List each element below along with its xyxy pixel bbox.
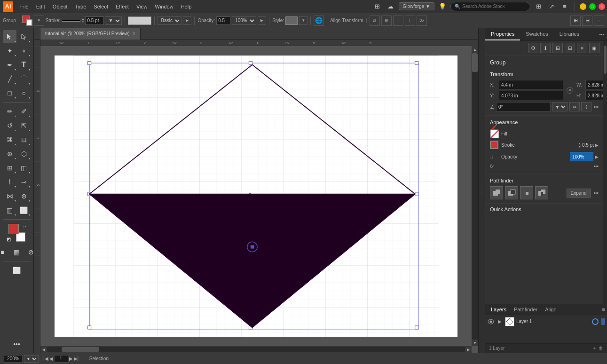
style-select[interactable]: Basic [158,16,181,25]
style-more[interactable]: ▼ [299,16,307,25]
opacity-arrow[interactable]: ▶ [258,16,266,25]
rotate-tool[interactable]: ↺▾ [3,119,16,132]
measure-tool[interactable]: ⊸▾ [17,175,31,189]
stock-search-bar[interactable]: 🔍 [450,2,530,11]
pf-intersect-btn[interactable] [520,186,533,199]
close-button[interactable]: × [599,3,605,10]
transform-more-btn[interactable]: ••• [593,104,599,110]
none-mode-btn[interactable]: ⊘ [24,245,34,259]
scroll-track-h[interactable] [47,347,465,352]
stroke-swatch-appear[interactable] [490,141,498,149]
pathfinder-more-btn[interactable]: ••• [593,190,599,196]
minimize-button[interactable]: − [580,3,586,10]
zoom-input[interactable] [4,355,23,363]
warp-tool[interactable]: ⌘▾ [3,133,16,146]
paintbrush-tool[interactable]: ✏▾ [3,105,16,118]
gradient-mode-btn[interactable]: ▦ [10,245,24,259]
stroke-up[interactable]: ▲ [81,17,84,20]
pf-exclude-btn[interactable] [535,186,548,199]
transform-btn2[interactable]: ⊞ [381,16,392,26]
panel-more-btn[interactable]: ••• [599,32,604,37]
zoom-select[interactable]: ▼ [24,355,39,363]
document-tab[interactable]: tutorial.ai* @ 200% (RGB/GPU Preview) × [40,28,141,40]
opacity-appear-arrow[interactable]: ▶ [595,154,599,159]
fg-color-swatch[interactable] [8,224,19,234]
new-layer-btn[interactable]: + [593,346,596,351]
rect-tool[interactable]: □▾ [3,87,16,100]
x-input[interactable] [499,80,563,89]
scroll-right-btn[interactable]: ▶ [465,346,472,353]
scroll-thumb-v[interactable] [472,53,478,72]
pen-tool[interactable]: ✒▾ [3,58,16,71]
h-input[interactable] [585,91,603,100]
panel-crop-btn[interactable]: ⌗ [577,43,587,53]
selection-tool[interactable]: ▾ [3,30,16,43]
direct-selection-tool[interactable]: ▾ [17,30,31,43]
panel-size-btn[interactable]: ⊞ [552,43,563,53]
menu-help[interactable]: Help [178,2,195,11]
menu-select[interactable]: Select [90,2,111,11]
scroll-up-btn[interactable]: ▲ [472,46,478,53]
stroke-down[interactable]: ▼ [81,21,84,24]
angle-input[interactable] [496,102,551,111]
opacity-percent-select[interactable]: 100% [232,16,256,25]
menu-type[interactable]: Type [72,2,90,11]
share-icon[interactable]: ↗ [546,1,557,12]
fill-stroke-indicator[interactable] [22,16,32,26]
fill-type-selector[interactable]: ▼ [34,16,44,26]
mesh-tool[interactable]: ⊞▾ [3,161,16,174]
chain-link-icon[interactable]: ∞ [567,87,573,94]
last-artboard-btn[interactable]: ▶| [74,356,79,361]
menu-file[interactable]: File [17,2,32,11]
layer-target-indicator[interactable] [592,318,599,325]
panel-info-btn[interactable]: ℹ [540,43,551,53]
transform-btn4[interactable]: ↕ [405,16,415,26]
eyedropper-tool[interactable]: ⌇▾ [3,175,16,189]
lightbulb-icon[interactable]: 💡 [437,1,448,12]
fill-mode-btn[interactable]: ■ [0,245,9,259]
opacity-appear-input[interactable] [570,152,593,161]
scale-tool[interactable]: ⇱▾ [17,119,31,132]
blend-tool[interactable]: ⋈▾ [3,190,16,203]
globe-btn[interactable]: 🌐 [314,16,324,26]
fill-swatch-appear[interactable] [490,129,498,138]
panel-align-btn[interactable]: ⊟ [565,43,575,53]
stroke-type-select[interactable]: ▼ [105,16,122,25]
layer-name[interactable]: Layer 1 [516,319,590,324]
style-arrow[interactable]: ▶ [183,16,191,25]
free-transform-tool[interactable]: ⊡▾ [17,133,31,146]
gradient-tool[interactable]: ◫▾ [17,161,31,174]
align-tab[interactable]: Align [541,304,560,315]
ellipse-tool[interactable]: ○▾ [17,87,31,100]
tab-properties[interactable]: Properties [485,28,520,40]
menu-window[interactable]: Window [152,2,177,11]
scroll-thumb-h[interactable] [62,347,99,352]
panel-round-btn[interactable]: ◉ [589,43,599,53]
y-input[interactable] [499,91,563,100]
scroll-track-v[interactable] [472,53,478,340]
tab-libraries[interactable]: Libraries [554,28,585,40]
opacity-value-input[interactable] [216,16,230,25]
flip-h-btn[interactable]: ⇔ [569,102,580,111]
next-artboard-btn[interactable]: ▶ [69,356,73,361]
panel-toggle-1[interactable]: ⊞ [570,16,581,26]
panel-toggle-2[interactable]: ⊟ [582,16,592,26]
tab-swatches[interactable]: Swatches [520,28,554,40]
doc-tab-close[interactable]: × [133,31,135,36]
arc-tool[interactable]: ⌒▾ [17,72,31,86]
layers-panel-options[interactable]: ≡ [602,306,605,313]
perspective-tool[interactable]: ⬡▾ [17,147,31,160]
pf-expand-btn[interactable]: Expand [567,189,591,198]
shape-builder-tool[interactable]: ⊕▾ [3,147,16,160]
menu-edit[interactable]: Edit [33,2,48,11]
more-icon[interactable]: ≡ [560,1,570,12]
first-artboard-btn[interactable]: |◀ [43,356,48,361]
lasso-tool[interactable]: ⌖▾ [17,44,31,57]
panel-scrollbar[interactable] [603,41,607,304]
workspace-selector[interactable]: Glowforge ▼ [399,2,434,10]
panel-settings-btn[interactable]: ⚙ [528,43,538,53]
pf-minus-front-btn[interactable] [505,186,518,199]
line-tool[interactable]: ╱▾ [3,72,16,86]
pf-unite-btn[interactable] [490,186,503,199]
cloud-icon[interactable]: ☁ [386,1,396,12]
